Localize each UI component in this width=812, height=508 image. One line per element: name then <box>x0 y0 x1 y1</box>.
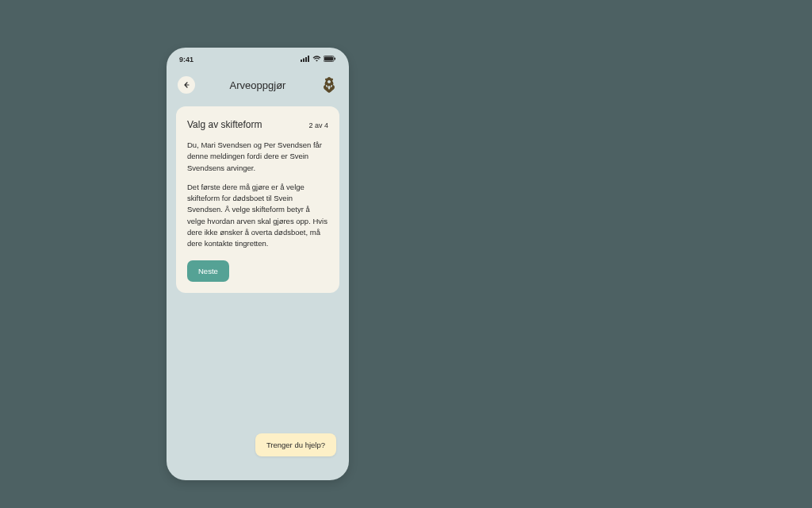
phone-frame: 9:41 <box>167 48 349 480</box>
card-header: Valg av skifteform 2 av 4 <box>187 119 328 130</box>
svg-rect-3 <box>308 56 309 62</box>
svg-rect-1 <box>303 59 304 63</box>
app-header: Arveoppgjør <box>167 67 349 102</box>
status-bar: 9:41 <box>167 48 349 67</box>
battery-icon <box>324 56 336 64</box>
page-title: Arveoppgjør <box>195 79 320 91</box>
back-button[interactable] <box>178 76 195 94</box>
norwegian-lion-icon <box>320 76 338 94</box>
svg-rect-5 <box>324 57 333 61</box>
card-title: Valg av skifteform <box>187 119 262 130</box>
status-time: 9:41 <box>179 56 193 64</box>
help-chip[interactable]: Trenger du hjelp? <box>255 433 336 456</box>
status-icons <box>301 56 336 64</box>
wifi-icon <box>312 56 321 64</box>
step-indicator: 2 av 4 <box>308 121 328 129</box>
svg-rect-0 <box>301 60 302 62</box>
next-button[interactable]: Neste <box>187 260 229 282</box>
svg-rect-2 <box>305 57 307 62</box>
card-body: Du, Mari Svendsen og Per Svendsen får de… <box>187 140 328 249</box>
card-paragraph-2: Det første dere må gjøre er å velge skif… <box>187 182 328 250</box>
svg-rect-6 <box>335 58 336 60</box>
back-arrow-icon <box>182 78 190 92</box>
card-paragraph-1: Du, Mari Svendsen og Per Svendsen får de… <box>187 140 328 174</box>
content-card: Valg av skifteform 2 av 4 Du, Mari Svend… <box>176 106 339 293</box>
cellular-signal-icon <box>301 56 310 64</box>
